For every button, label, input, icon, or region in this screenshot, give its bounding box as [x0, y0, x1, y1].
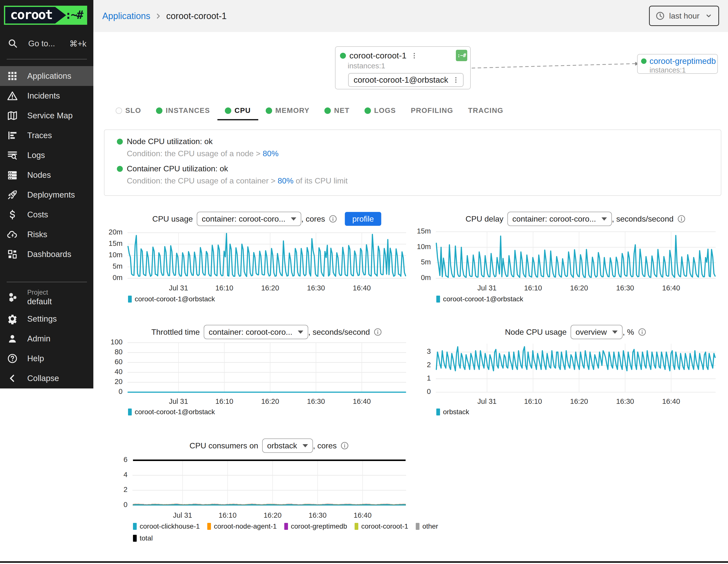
- chart-legend-throttled: coroot-coroot-1@orbstack: [128, 408, 421, 416]
- x-axis-tick-label: 16:40: [339, 397, 384, 406]
- info-icon[interactable]: [340, 441, 349, 450]
- dollar-icon: [7, 209, 18, 220]
- tab-logs[interactable]: LOGS: [357, 102, 403, 120]
- info-icon[interactable]: [677, 214, 686, 223]
- check-threshold-link[interactable]: 80%: [278, 176, 293, 185]
- chart-selector-dropdown[interactable]: orbstack: [262, 438, 313, 453]
- legend-item[interactable]: other: [416, 522, 438, 530]
- service-map-app-card[interactable]: coroot-coroot-1 :~# instances:1 coroot-c…: [335, 46, 471, 89]
- tab-net[interactable]: NET: [317, 102, 357, 120]
- sidebar-item-service-map[interactable]: Service Map: [0, 106, 93, 126]
- goto-search[interactable]: Go to... ⌘+k: [0, 34, 93, 53]
- sidebar-item-costs[interactable]: Costs: [0, 205, 93, 225]
- legend-marker: [284, 523, 288, 530]
- chart-title-consumers: CPU consumers onorbstack, cores: [189, 438, 349, 453]
- check-threshold-link[interactable]: 80%: [263, 149, 279, 158]
- tab-instances[interactable]: INSTANCES: [149, 102, 217, 120]
- chart-plot-cpu_delay[interactable]: [436, 232, 716, 280]
- sidebar-item-settings[interactable]: Settings: [0, 309, 93, 329]
- info-icon[interactable]: [329, 214, 338, 223]
- chart-plot-node_cpu[interactable]: [436, 344, 716, 394]
- chevron-left-icon: [7, 373, 18, 384]
- tab-memory[interactable]: MEMORY: [258, 102, 317, 120]
- chart-plot-consumers[interactable]: [132, 460, 406, 507]
- legend-label: total: [140, 534, 153, 542]
- legend-item[interactable]: coroot-coroot-1@orbstack: [436, 295, 523, 303]
- legend-marker: [207, 523, 211, 530]
- check-item: Container CPU utilization: okCondition: …: [117, 164, 721, 185]
- upstream-name[interactable]: coroot-greptimedb: [650, 56, 716, 66]
- chart-title-suffix: , cores: [301, 214, 325, 224]
- sidebar-item-help[interactable]: Help: [0, 349, 93, 368]
- x-axis-tick-label: 16:40: [649, 284, 693, 292]
- chart-selector-value: overview: [575, 328, 607, 337]
- service-map-upstream-card[interactable]: coroot-greptimedb instances:1: [637, 54, 718, 74]
- bottom-edge-bar: [0, 561, 728, 563]
- breadcrumb-applications-link[interactable]: Applications: [102, 11, 150, 21]
- legend-label: coroot-node-agent-1: [214, 522, 277, 530]
- legend-item[interactable]: coroot-node-agent-1: [207, 522, 277, 530]
- legend-item[interactable]: coroot-greptimedb: [284, 522, 347, 530]
- map-connector-edge: [471, 57, 644, 72]
- sidebar-item-risks[interactable]: Risks: [0, 225, 93, 244]
- coroot-logo[interactable]: coroot :~#: [4, 6, 87, 25]
- legend-marker: [416, 523, 419, 530]
- caret-down-icon: [601, 217, 607, 221]
- legend-marker: [133, 535, 137, 542]
- sidebar-item-label: Costs: [27, 210, 48, 219]
- instance-box[interactable]: coroot-coroot-1@orbstack: [348, 73, 464, 87]
- kebab-menu-icon[interactable]: [411, 51, 418, 60]
- info-icon[interactable]: [373, 328, 382, 336]
- sidebar-item-applications[interactable]: Applications: [0, 66, 93, 86]
- legend-item[interactable]: orbstack: [436, 408, 469, 416]
- legend-item[interactable]: coroot-clickhouse-1: [133, 522, 200, 530]
- sidebar-footer-nav: SettingsAdminHelpCollapse: [0, 309, 93, 388]
- sidebar-item-traces[interactable]: Traces: [0, 126, 93, 145]
- chart-plot-throttled[interactable]: [128, 343, 406, 394]
- legend-item[interactable]: coroot-coroot-1@orbstack: [128, 295, 215, 303]
- legend-label: coroot-coroot-1: [361, 522, 408, 530]
- kebab-menu-icon[interactable]: [452, 76, 460, 84]
- x-axis-tick-label: 16:30: [294, 397, 338, 406]
- sidebar-item-label: Risks: [27, 230, 47, 239]
- breadcrumb-current: coroot-coroot-1: [166, 11, 227, 21]
- upstream-instances: instances:1: [650, 66, 714, 74]
- goto-label: Go to...: [28, 39, 55, 48]
- sidebar-item-logs[interactable]: Logs: [0, 145, 93, 165]
- project-name: default: [27, 297, 52, 306]
- chart-selector-dropdown[interactable]: overview: [571, 325, 623, 339]
- chart-selector-dropdown[interactable]: container: coroot-coro...: [507, 212, 612, 226]
- time-range-selector[interactable]: last hour: [649, 6, 719, 26]
- tab-cpu[interactable]: CPU: [217, 102, 258, 120]
- sidebar-item-label: Dashboards: [27, 250, 71, 259]
- y-axis-tick-label: 10m: [396, 243, 431, 251]
- sidebar-item-deployments[interactable]: Deployments: [0, 185, 93, 205]
- sidebar-divider: [7, 59, 87, 59]
- sidebar-item-label: Nodes: [27, 170, 51, 180]
- chart-title-cpu_usage: CPU usagecontainer: coroot-coro..., core…: [152, 211, 381, 226]
- sidebar-item-admin[interactable]: Admin: [0, 329, 93, 349]
- sidebar-project[interactable]: Project default: [0, 286, 93, 309]
- legend-item[interactable]: coroot-coroot-1@orbstack: [128, 408, 215, 416]
- sidebar-item-dashboards[interactable]: Dashboards: [0, 244, 93, 264]
- profile-button[interactable]: profile: [345, 212, 381, 226]
- y-axis-tick-label: 3: [396, 347, 431, 356]
- legend-item[interactable]: total: [133, 534, 153, 542]
- x-axis-tick-label: 16:40: [649, 397, 693, 406]
- check-item: Node CPU utilization: okCondition: the C…: [117, 137, 721, 158]
- sidebar-item-incidents[interactable]: Incidents: [0, 86, 93, 106]
- chart-selector-dropdown[interactable]: container: coroot-coro...: [204, 325, 308, 339]
- chart-plot-cpu_usage[interactable]: [128, 233, 406, 280]
- x-axis-tick-label: 16:20: [248, 284, 292, 292]
- y-axis-tick-label: 2: [396, 361, 431, 369]
- sidebar-item-collapse[interactable]: Collapse: [0, 368, 93, 388]
- tab-profiling[interactable]: PROFILING: [403, 102, 461, 120]
- legend-item[interactable]: coroot-coroot-1: [355, 522, 408, 530]
- y-axis-tick-label: 0: [93, 501, 128, 509]
- sidebar-item-nodes[interactable]: Nodes: [0, 165, 93, 185]
- tab-slo[interactable]: SLO: [108, 102, 149, 120]
- tab-tracing[interactable]: TRACING: [461, 102, 511, 120]
- x-axis-tick-label: Jul 31: [465, 284, 509, 292]
- chart-selector-dropdown[interactable]: container: coroot-coro...: [197, 212, 301, 226]
- info-icon[interactable]: [638, 328, 647, 336]
